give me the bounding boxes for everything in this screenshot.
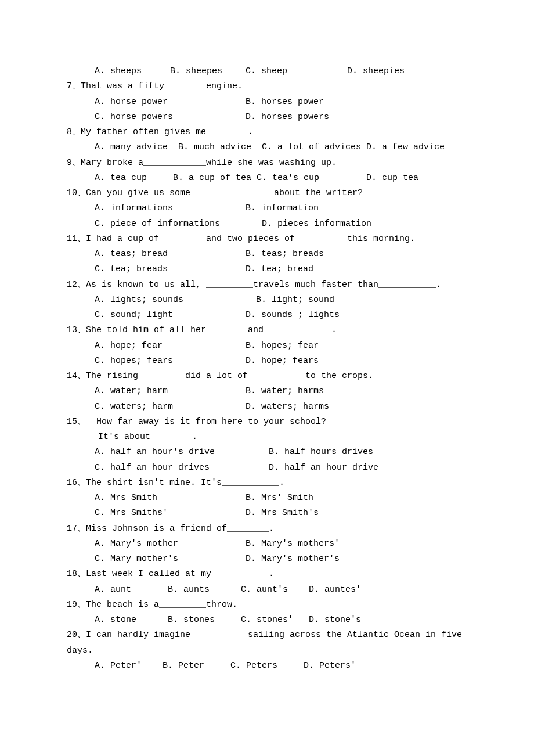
q10-opts-row1: A. informations B. information [67,201,482,216]
q19-text: 19、The beach is a_________throw. [67,597,482,613]
q16-opt-d: D. Mrs Smith's [246,506,396,521]
q12-opts-row1: A. lights; sounds B. light; sound [67,293,482,308]
q12-text: 12、As is known to us all, _________trave… [67,278,482,293]
q11-opt-a: A. teas; bread [95,247,246,262]
q7-opt-b: B. horses power [246,95,396,110]
q8-text: 8、My father often gives me________. [67,125,482,140]
q7-opt-c: C. horse powers [95,110,246,125]
q7-opt-a: A. horse power [95,95,246,110]
q10-text: 10、Can you give us some________________a… [67,186,482,201]
q7-opt-d: D. horses powers [246,110,396,125]
q7-opts-row1: A. horse power B. horses power [67,95,482,110]
q14-opt-b: B. water; harms [246,384,396,399]
q10-opts-row2: C. piece of informations D. pieces infor… [67,217,482,232]
q14-opts-row2: C. waters; harm D. waters; harms [67,399,482,415]
q20-opts: A. Peter' B. Peter C. Peters D. Peters' [67,658,482,674]
q6-options: A. sheeps B. sheepes C. sheep D. sheepie… [67,64,482,79]
q17-opt-b: B. Mary's mothers' [246,537,396,552]
q6-opt-a: A. sheeps [95,64,170,79]
q16-opt-b: B. Mrs' Smith [246,491,396,506]
q15-opt-c: C. half an hour drives [95,460,269,476]
q11-opt-b: B. teas; breads [246,247,396,262]
q14-opts-row1: A. water; harm B. water; harms [67,384,482,399]
q19-opts: A. stone B. stones C. stones' D. stone's [67,613,482,628]
q12-opt-b: B. light; sound [246,293,396,308]
q14-text: 14、The rising_________did a lot of______… [67,369,482,384]
q16-text: 16、The shirt isn't mine. It's___________… [67,476,482,491]
q12-opt-c: C. sound; light [95,308,246,323]
q17-opt-c: C. Mary mother's [95,552,246,567]
q14-opt-c: C. waters; harm [95,399,246,415]
q7-opts-row2: C. horse powers D. horses powers [67,110,482,125]
q15-opts-row1: A. half an hour's drive B. half hours dr… [67,445,482,460]
q8-opts: A. many advice B. much advice C. a lot o… [67,140,482,155]
q12-opt-a: A. lights; sounds [95,293,246,308]
q15-opt-b: B. half hours drives [269,445,443,460]
q17-opt-d: D. Mary's mother's [246,552,396,567]
q13-opt-d: D. hope; fears [246,354,396,369]
q15-text2: ——It's about________. [67,430,482,445]
q15-opts-row2: C. half an hour drives D. half an hour d… [67,460,482,476]
q7-text: 7、That was a fifty________engine. [67,79,482,94]
q11-opts-row1: A. teas; bread B. teas; breads [67,247,482,262]
q10-opt-b: B. information [246,201,396,216]
q20-text2: days. [67,643,482,658]
q16-opt-c: C. Mrs Smiths' [95,506,246,521]
q11-opt-d: D. tea; bread [246,262,396,277]
q14-opt-a: A. water; harm [95,384,246,399]
q11-opt-c: C. tea; breads [95,262,246,277]
q12-opt-d: D. sounds ; lights [246,308,396,323]
q17-opt-a: A. Mary's mother [95,537,246,552]
q11-opts-row2: C. tea; breads D. tea; bread [67,262,482,277]
q11-text: 11、I had a cup of_________and two pieces… [67,232,482,247]
q15-opt-a: A. half an hour's drive [95,445,269,460]
q9-text: 9、Mary broke a____________while she was … [67,156,482,171]
q20-text1: 20、I can hardly imagine___________sailin… [67,628,482,643]
q16-opts-row2: C. Mrs Smiths' D. Mrs Smith's [67,506,482,521]
q15-opt-d: D. half an hour drive [269,460,443,476]
q17-text: 17、Miss Johnson is a friend of________. [67,521,482,537]
q18-opts: A. aunt B. aunts C. aunt's D. auntes' [67,582,482,597]
q13-opt-b: B. hopes; fear [246,339,396,354]
q16-opts-row1: A. Mrs Smith B. Mrs' Smith [67,491,482,506]
q13-opt-a: A. hope; fear [95,339,246,354]
q12-opts-row2: C. sound; light D. sounds ; lights [67,308,482,323]
q16-opt-a: A. Mrs Smith [95,491,246,506]
q6-opt-b: B. sheepes [170,64,246,79]
q6-opt-d: D. sheepies [347,64,423,79]
q9-opts: A. tea cup B. a cup of tea C. tea's cup … [67,171,482,186]
q13-opt-c: C. hopes; fears [95,354,246,369]
q13-opts-row1: A. hope; fear B. hopes; fear [67,339,482,354]
q17-opts-row2: C. Mary mother's D. Mary's mother's [67,552,482,567]
q14-opt-d: D. waters; harms [246,399,396,415]
q18-text: 18、Last week I called at my___________. [67,567,482,582]
q13-opts-row2: C. hopes; fears D. hope; fears [67,354,482,369]
q13-text: 13、She told him of all her________and __… [67,323,482,338]
q10-opt-a: A. informations [95,201,246,216]
q6-opt-c: C. sheep [246,64,347,79]
q15-text1: 15、——How far away is it from here to you… [67,415,482,430]
q17-opts-row1: A. Mary's mother B. Mary's mothers' [67,537,482,552]
